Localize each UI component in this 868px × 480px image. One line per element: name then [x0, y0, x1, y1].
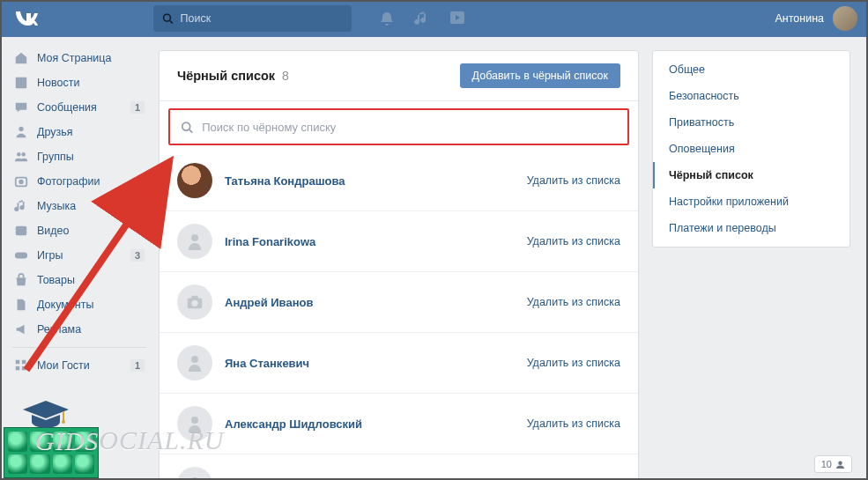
music-icon[interactable] [413, 10, 431, 27]
avatar [833, 6, 857, 31]
user-name-link[interactable]: Александр Шидловский [225, 417, 362, 431]
friends-icon [12, 123, 30, 141]
nav-games[interactable]: Игры3 [9, 243, 150, 268]
notifications-icon[interactable] [378, 10, 396, 27]
settings-item[interactable]: Оповещения [653, 136, 849, 162]
user-avatar[interactable] [177, 163, 212, 198]
global-search-input[interactable] [181, 12, 343, 25]
settings-item[interactable]: Платежи и переводы [653, 215, 849, 241]
nav-guests[interactable]: Мои Гости1 [9, 353, 150, 378]
username: Антонина [775, 12, 824, 25]
games-icon [12, 247, 30, 264]
nav-market[interactable]: Товары [9, 268, 150, 292]
blacklist-row: Ирина ПашкоУдалить из списка [160, 454, 638, 480]
apps-icon [12, 357, 30, 374]
settings-item[interactable]: Чёрный список [653, 162, 849, 188]
user-name-link[interactable]: Irina Fonarikowa [225, 235, 315, 248]
user-name-link[interactable]: Татьяна Кондрашова [225, 174, 345, 188]
remove-from-list-link[interactable]: Удалить из списка [527, 235, 620, 247]
remove-from-list-link[interactable]: Удалить из списка [527, 174, 620, 187]
news-icon [12, 74, 30, 92]
blacklist-row: Андрей ИвановУдалить из списка [160, 271, 638, 332]
music-icon [12, 197, 30, 215]
remove-from-list-link[interactable]: Удалить из списка [527, 417, 620, 430]
photos-icon [12, 173, 30, 190]
blacklist-row: Александр ШидловскийУдалить из списка [160, 393, 638, 454]
settings-menu: ОбщееБезопасностьПриватностьОповещенияЧё… [652, 50, 850, 247]
settings-item[interactable]: Приватность [653, 109, 849, 136]
nav-groups[interactable]: Группы [9, 144, 150, 169]
user-menu[interactable]: Антонина [775, 6, 857, 31]
nav-music[interactable]: Музыка [9, 194, 150, 218]
blacklist-search-input[interactable] [202, 121, 617, 134]
blacklist-panel: Чёрный список 8 Добавить в чёрный список… [159, 50, 639, 480]
user-name-link[interactable]: Андрей Иванов [225, 296, 313, 309]
nav-chat[interactable]: Сообщения1 [9, 95, 150, 120]
top-icons [378, 10, 466, 27]
blacklist-row: Irina FonarikowaУдалить из списка [160, 210, 638, 271]
user-avatar[interactable] [177, 284, 212, 320]
remove-from-list-link[interactable]: Удалить из списка [527, 357, 620, 369]
topbar: Антонина [0, 0, 868, 37]
vk-logo-icon[interactable] [14, 6, 39, 31]
ads-icon [12, 321, 30, 338]
blacklist-row: Яна СтанкевичУдалить из списка [160, 332, 638, 393]
nav-badge: 3 [130, 249, 145, 262]
settings-item[interactable]: Общее [653, 56, 849, 83]
groups-icon [12, 148, 30, 166]
blacklist-row: Татьяна КондрашоваУдалить из списка [160, 151, 638, 210]
nav-friends[interactable]: Друзья [9, 120, 150, 144]
blacklist-search[interactable] [168, 108, 629, 145]
nav-home[interactable]: Моя Страница [9, 46, 150, 70]
video-play-icon[interactable] [449, 10, 466, 27]
global-search[interactable] [153, 5, 352, 32]
nav-news[interactable]: Новости [9, 70, 150, 95]
add-to-blacklist-button[interactable]: Добавить в чёрный список [460, 63, 620, 88]
chat-icon [12, 99, 30, 116]
remove-from-list-link[interactable]: Удалить из списка [527, 296, 620, 308]
visitor-counter[interactable]: 10 [814, 455, 852, 473]
home-icon [12, 49, 30, 67]
nav-docs[interactable]: Документы [9, 292, 150, 317]
blacklist-count: 8 [282, 69, 289, 83]
docs-icon [12, 296, 30, 314]
nav-video[interactable]: Видео [9, 218, 150, 243]
video-icon [12, 222, 30, 240]
settings-item[interactable]: Безопасность [653, 83, 849, 109]
nav-badge: 1 [130, 101, 145, 114]
user-name-link[interactable]: Яна Станкевич [225, 357, 309, 370]
settings-item[interactable]: Настройки приложений [653, 188, 849, 215]
nav-photos[interactable]: Фотографии [9, 169, 150, 194]
user-avatar[interactable] [177, 467, 212, 480]
user-avatar[interactable] [177, 224, 212, 259]
nav-ads[interactable]: Реклама [9, 317, 150, 342]
page-title: Чёрный список [177, 69, 275, 83]
user-avatar[interactable] [177, 345, 212, 380]
watermark: GIDSOCIAL.RU [35, 425, 225, 455]
market-icon [12, 271, 30, 289]
